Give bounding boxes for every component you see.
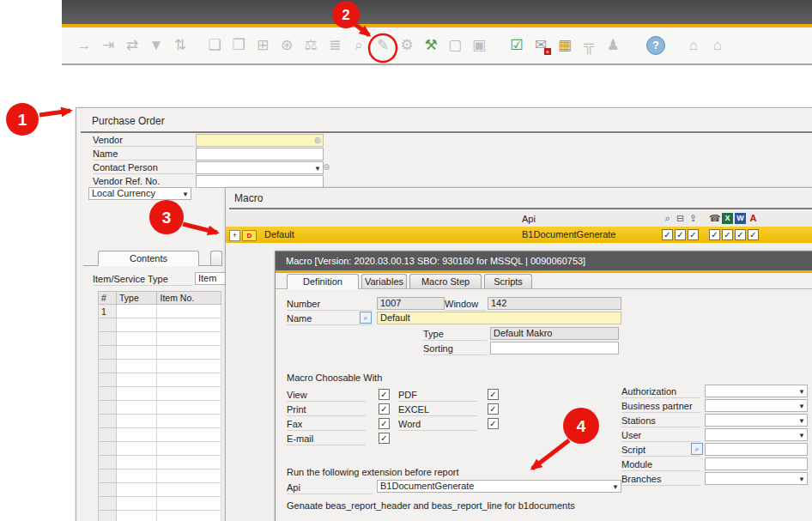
signature-icon[interactable]: ✎ bbox=[373, 36, 392, 55]
choosable-checkbox-e-mail[interactable] bbox=[379, 433, 390, 444]
macro-row-checkbox[interactable] bbox=[675, 229, 686, 240]
extension-description: Genaate beas_report_header and beas_repo… bbox=[287, 500, 575, 512]
next-record-icon[interactable]: → bbox=[75, 36, 94, 55]
name-input[interactable]: Default bbox=[377, 312, 621, 324]
choosable-checkbox-excel[interactable] bbox=[488, 403, 499, 415]
po-table-row[interactable] bbox=[99, 332, 221, 346]
choose-from-list-icon[interactable]: ⌕ bbox=[360, 312, 372, 324]
po-table-row[interactable] bbox=[99, 360, 221, 373]
query-icon[interactable]: ⌕ bbox=[349, 36, 368, 55]
po-table-row[interactable] bbox=[99, 373, 221, 387]
po-table-row[interactable] bbox=[99, 511, 221, 521]
tab-macro-step[interactable]: Macro Step bbox=[409, 274, 482, 288]
choosable-checkbox-view[interactable] bbox=[379, 389, 390, 400]
sql-tools-icon[interactable]: ⚒ bbox=[421, 36, 440, 55]
vendor-input[interactable]: ⊜ bbox=[196, 134, 324, 147]
excel-icon[interactable]: X bbox=[722, 213, 733, 224]
filter-icon[interactable]: ▼ bbox=[147, 36, 166, 55]
choosable-checkbox-print[interactable] bbox=[379, 403, 390, 415]
tab-scripts[interactable]: Scripts bbox=[484, 274, 532, 288]
po-table-row[interactable]: 1 bbox=[99, 305, 221, 318]
item-service-type-value[interactable]: Item bbox=[195, 272, 227, 285]
refresh-icon[interactable]: ⇄ bbox=[123, 36, 142, 55]
choose-from-list-icon[interactable]: ⌕ bbox=[691, 443, 703, 455]
choosable-checkbox-fax[interactable] bbox=[379, 418, 390, 429]
po-table-row[interactable] bbox=[99, 470, 221, 483]
stations-dropdown[interactable]: ▼ bbox=[705, 414, 808, 427]
tree-expand-icon[interactable]: + bbox=[229, 230, 240, 241]
checklist-icon[interactable]: ☑ bbox=[507, 36, 526, 55]
po-table-row[interactable] bbox=[99, 318, 221, 332]
po-table-row[interactable] bbox=[99, 483, 221, 497]
currency-dropdown[interactable]: Local Currency ▼ bbox=[88, 187, 191, 200]
macro-row-checkbox[interactable] bbox=[662, 229, 673, 240]
po-table-row[interactable] bbox=[99, 428, 221, 442]
help-icon[interactable]: ? bbox=[646, 36, 665, 55]
employee-icon[interactable]: ♟ bbox=[603, 36, 622, 55]
macro-row-checkbox[interactable] bbox=[748, 229, 759, 240]
tab-contents[interactable]: Contents bbox=[98, 251, 199, 266]
po-table-row[interactable] bbox=[99, 401, 221, 415]
extension-heading: Run the following extension before repor… bbox=[287, 467, 459, 478]
po-table-row[interactable] bbox=[99, 415, 221, 428]
macro-default-row[interactable]: + D Default B1DocumentGenerate bbox=[226, 227, 812, 243]
api-dropdown[interactable]: B1DocumentGenerate ▼ bbox=[377, 480, 621, 493]
vendor-name-input[interactable] bbox=[196, 148, 324, 161]
title-separator bbox=[81, 131, 812, 133]
choosable-checkbox-pdf[interactable] bbox=[488, 389, 499, 400]
remarks-icon[interactable]: ▢ bbox=[445, 36, 464, 55]
macro-row-checkbox[interactable] bbox=[688, 229, 699, 240]
po-table-row[interactable] bbox=[99, 497, 221, 511]
sort-icon[interactable]: ⇅ bbox=[171, 36, 190, 55]
contact-person-dropdown[interactable]: ▼ bbox=[196, 161, 324, 174]
choosable-checkbox-word[interactable] bbox=[488, 418, 499, 429]
gross-profit-icon[interactable]: ⚖ bbox=[301, 36, 320, 55]
vendor-ref-input[interactable] bbox=[196, 175, 324, 188]
tab-definition[interactable]: Definition bbox=[287, 274, 359, 289]
screen: →⇥⇄▼⇅❏❐⊞⊛⚖≣⌕✎⚙⚒▢▣☑✉s▦╦♟?⌂⌂ Purchase Orde… bbox=[0, 0, 812, 521]
tab-fragment[interactable] bbox=[210, 251, 222, 265]
choosable-label-view: View bbox=[287, 390, 366, 402]
payment-wizard-icon[interactable]: ⊞ bbox=[253, 36, 272, 55]
po-table-row[interactable] bbox=[99, 442, 221, 456]
sorting-input[interactable] bbox=[490, 342, 619, 354]
authorization-dropdown[interactable]: ▼ bbox=[705, 385, 808, 397]
preview-icon[interactable]: ⌕ bbox=[662, 213, 673, 224]
word-icon[interactable]: W bbox=[735, 213, 746, 224]
copy-from-icon[interactable]: ❏ bbox=[205, 36, 224, 55]
org-chart-icon[interactable]: ╦ bbox=[579, 36, 598, 55]
folder-icon: D bbox=[242, 230, 257, 241]
export-icon[interactable]: ⇪ bbox=[688, 213, 699, 224]
po-table-row[interactable] bbox=[99, 346, 221, 360]
spreadsheet-icon[interactable]: ▦ bbox=[555, 36, 574, 55]
copy-to-icon[interactable]: ❐ bbox=[229, 36, 248, 55]
script-input[interactable] bbox=[705, 443, 808, 456]
macro-row-checkbox[interactable] bbox=[735, 229, 746, 240]
excel-message-icon[interactable]: ✉s bbox=[531, 36, 550, 55]
business-partner-dropdown[interactable]: ▼ bbox=[705, 399, 808, 412]
print-icon[interactable]: ⊟ bbox=[675, 213, 686, 224]
po-items-table[interactable]: #TypeItem No.1 bbox=[98, 291, 221, 521]
base-documents-icon[interactable]: ≣ bbox=[325, 36, 344, 55]
user-dropdown[interactable]: ▼ bbox=[705, 428, 808, 441]
contact-choose-from-list-icon[interactable]: ⊜ bbox=[323, 162, 330, 173]
choose-from-list-icon[interactable]: ⊜ bbox=[314, 136, 321, 146]
po-table-row[interactable] bbox=[99, 387, 221, 401]
po-table-row[interactable] bbox=[99, 456, 221, 470]
pdf-icon[interactable]: A bbox=[748, 213, 759, 224]
plant-settings-2-icon[interactable]: ⌂ bbox=[708, 36, 727, 55]
last-record-icon[interactable]: ⇥ bbox=[99, 36, 118, 55]
add-remarks-icon[interactable]: ▣ bbox=[470, 36, 488, 55]
title-separator bbox=[229, 208, 812, 209]
stations-label: Stations bbox=[621, 415, 700, 427]
form-settings-icon[interactable]: ⚙ bbox=[397, 36, 416, 55]
module-input[interactable] bbox=[705, 457, 808, 470]
payment-means-icon[interactable]: ⊛ bbox=[277, 36, 296, 55]
macro-row-checkbox[interactable] bbox=[722, 229, 733, 240]
plant-settings-icon[interactable]: ⌂ bbox=[684, 36, 703, 55]
tab-variables[interactable]: Variables bbox=[361, 274, 407, 288]
macro-row-checkbox[interactable] bbox=[709, 229, 720, 240]
choosable-label-word: Word bbox=[398, 419, 477, 431]
branches-dropdown[interactable]: ▼ bbox=[705, 472, 808, 485]
fax-icon[interactable]: ☎ bbox=[709, 213, 720, 224]
